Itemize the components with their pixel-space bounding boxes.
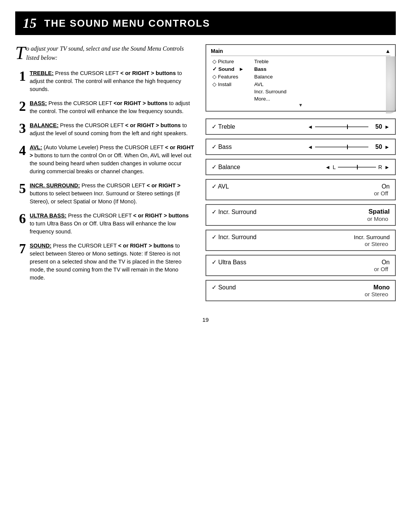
step-2-number: 2 (15, 99, 26, 115)
balance-inner: ✓ Balance ◄ L R ► (212, 163, 390, 171)
treble-arrow-left[interactable]: ◄ (307, 124, 313, 130)
incr-1-value: Spatial (368, 208, 390, 216)
menu-arrow-up: ▲ (385, 48, 390, 54)
page-number-box: 15 (23, 15, 37, 31)
step-1-bold: < or RIGHT > buttons (120, 70, 176, 76)
balance-control: ✓ Balance ◄ L R ► (206, 159, 396, 175)
menu-sound-left: ✓ Sound ► (212, 66, 254, 72)
treble-slider-area: ◄ 50 ► (307, 123, 390, 130)
footer-page-number: 19 (202, 316, 209, 323)
step-4: 4 AVL: (Auto Volume Leveler) Press the C… (15, 144, 194, 176)
ultra-bass-row: ✓ Ultra Bass On (212, 259, 390, 266)
balance-left-label: L (333, 164, 336, 170)
step-5: 5 INCR. SURROUND: Press the CURSOR LEFT … (15, 182, 194, 206)
step-5-bold: < or RIGHT > (147, 182, 181, 189)
step-6-title: ULTRA BASS: (30, 212, 67, 219)
bass-arrow-right[interactable]: ► (384, 144, 390, 150)
step-7-content: SOUND: Press the CURSOR LEFT < or RIGHT … (30, 242, 194, 282)
step-5-title: INCR. SURROUND: (30, 182, 80, 189)
incr-2-label: ✓ Incr. Surround (212, 233, 256, 241)
incr-surround-1-control: ✓ Incr. Surround Spatial or Mono (206, 204, 396, 226)
left-column: To adjust your TV sound, select and use … (15, 44, 194, 305)
menu-sound-check: ✓ (212, 66, 218, 72)
menu-row-features: ◇ Features Balance (211, 73, 390, 80)
sound-row: ✓ Sound Mono (212, 284, 390, 291)
menu-sound-right: Bass (254, 66, 266, 72)
bass-arrow-left[interactable]: ◄ (307, 144, 313, 150)
menu-picture-check: ◇ (212, 59, 218, 64)
intro-text: To adjust your TV sound, select and use … (15, 44, 194, 62)
menu-incr-right: Incr. Surround (254, 89, 287, 94)
step-5-content: INCR. SURROUND: Press the CURSOR LEFT < … (30, 182, 194, 206)
incr-1-or-value: or Mono (212, 216, 390, 222)
bass-value: 50 (371, 144, 382, 150)
incr-2-row: ✓ Incr. Surround Incr. Surround (212, 233, 390, 241)
step-2: 2 BASS: Press the CURSOR LEFT <or RIGHT … (15, 99, 194, 115)
balance-arrow-right[interactable]: ► (384, 164, 390, 170)
page-title: The Sound Menu Controls (44, 18, 210, 29)
menu-row-picture: ◇ Picture Treble (211, 58, 390, 65)
right-column: Main ▲ ◇ Picture Treble ✓ Sound ► Bass ◇ (206, 44, 396, 305)
balance-label: ✓ Balance (212, 163, 240, 171)
menu-header-left: Main (211, 48, 223, 54)
drop-cap: T (15, 46, 25, 60)
step-2-title: BASS: (30, 100, 47, 106)
sound-label: ✓ Sound (212, 284, 236, 291)
incr-2-or-value: or Stereo (212, 241, 390, 247)
sound-value: Mono (373, 284, 390, 291)
menu-picture-left: ◇ Picture (212, 58, 254, 64)
menu-header-row: Main ▲ (211, 48, 390, 56)
ultra-bass-control: ✓ Ultra Bass On or Off (206, 255, 396, 276)
ultra-bass-value: On (382, 259, 390, 266)
step-6-number: 6 (15, 212, 26, 236)
step-7-title: SOUND: (30, 243, 51, 249)
incr-1-label: ✓ Incr. Surround (212, 208, 256, 216)
menu-mockup: Main ▲ ◇ Picture Treble ✓ Sound ► Bass ◇ (206, 44, 396, 112)
menu-features-right: Balance (254, 74, 273, 80)
menu-row-sound: ✓ Sound ► Bass (211, 65, 390, 73)
step-7: 7 SOUND: Press the CURSOR LEFT < or RIGH… (15, 242, 194, 282)
bass-slider-area: ◄ 50 ► (307, 144, 390, 150)
step-2-bold: <or RIGHT > buttons (114, 100, 168, 106)
step-2-content: BASS: Press the CURSOR LEFT <or RIGHT > … (30, 99, 194, 115)
bass-control: ✓ Bass ◄ 50 ► (206, 139, 396, 155)
page-header: 15 The Sound Menu Controls (15, 11, 396, 35)
ultra-bass-label: ✓ Ultra Bass (212, 259, 246, 266)
balance-arrow-left[interactable]: ◄ (325, 164, 330, 170)
sound-control: ✓ Sound Mono or Stereo (206, 280, 396, 301)
treble-arrow-right[interactable]: ► (384, 124, 390, 130)
incr-1-row: ✓ Incr. Surround Spatial (212, 208, 390, 216)
bass-inner: ✓ Bass ◄ 50 ► (212, 143, 390, 150)
step-3: 3 BALANCE: Press the CURSOR LEFT < or RI… (15, 121, 194, 137)
step-6-bold: < or RIGHT > buttons (133, 212, 189, 219)
menu-row-more: More... (211, 95, 390, 102)
step-7-number: 7 (15, 242, 26, 282)
menu-features-check: ◇ (212, 74, 218, 80)
step-4-content: AVL: (Auto Volume Leveler) Press the CUR… (30, 144, 194, 176)
treble-value: 50 (371, 123, 382, 130)
step-5-number: 5 (15, 182, 26, 206)
avl-control: ✓ AVL On or Off (206, 179, 396, 200)
menu-row-incr: Incr. Surround (211, 88, 390, 95)
page-footer: 19 (15, 316, 396, 323)
avl-row: ✓ AVL On (212, 183, 390, 190)
sound-or-value: or Stereo (212, 291, 390, 297)
incr-surround-2-control: ✓ Incr. Surround Incr. Surround or Stere… (206, 230, 396, 251)
menu-picture-right: Treble (254, 59, 269, 64)
bass-label: ✓ Bass (212, 143, 232, 150)
step-3-content: BALANCE: Press the CURSOR LEFT < or RIGH… (30, 121, 194, 137)
content-wrapper: To adjust your TV sound, select and use … (15, 44, 396, 305)
step-3-bold: < or RIGHT > buttons (125, 122, 181, 128)
step-4-title: AVL: (30, 144, 42, 150)
menu-install-check: ◇ (212, 81, 218, 87)
step-1-title: TREBLE: (30, 70, 54, 76)
menu-install-left: ◇ Install (212, 81, 254, 87)
step-1-content: TREBLE: Press the CURSOR LEFT < or RIGHT… (30, 69, 194, 93)
ultra-bass-or-value: or Off (212, 266, 390, 272)
step-6: 6 ULTRA BASS: Press the CURSOR LEFT < or… (15, 212, 194, 236)
step-3-number: 3 (15, 121, 26, 137)
avl-label: ✓ AVL (212, 183, 229, 190)
treble-control: ✓ Treble ◄ 50 ► (206, 118, 396, 135)
balance-slider-area: ◄ L R ► (325, 164, 390, 170)
treble-inner: ✓ Treble ◄ 50 ► (212, 123, 390, 130)
